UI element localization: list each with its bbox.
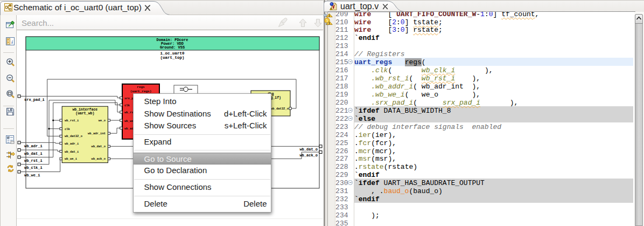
- svg-text:wb_rst_i: wb_rst_i: [24, 159, 43, 163]
- svg-text:wb_ack_o: wb_ack_o: [299, 153, 318, 157]
- svg-text:clk: clk: [124, 104, 130, 107]
- svg-text:wb_dat32_o: wb_dat32_o: [271, 107, 289, 111]
- svg-text:(uart_wb): (uart_wb): [75, 112, 94, 115]
- svg-text:wb_dat_i: wb_dat_i: [24, 152, 43, 156]
- svg-text:wb_adr_i: wb_adr_i: [24, 144, 43, 148]
- svg-text:wb_rst_i: wb_rst_i: [65, 119, 79, 122]
- svg-text:wb_dat_i: wb_dat_i: [65, 150, 79, 154]
- svg-text:wb_adr_int: wb_adr_int: [88, 132, 106, 135]
- svg-text:regs: regs: [137, 85, 145, 89]
- svg-text:clk: clk: [65, 127, 71, 131]
- svg-text:i_oc_uart0: i_oc_uart0: [160, 51, 185, 56]
- svg-text:wb_dat_o: wb_dat_o: [299, 147, 318, 152]
- svg-text:wb_we_i: wb_we_i: [24, 173, 40, 177]
- svg-text:wb_we_i: wb_we_i: [65, 157, 78, 161]
- svg-text:wb_dat_o: wb_dat_o: [92, 145, 106, 148]
- svg-text:srx_pad_i: srx_pad_i: [24, 98, 45, 102]
- svg-text:wb_clk_i: wb_clk_i: [24, 166, 43, 170]
- svg-text:wb_dat32_o: wb_dat32_o: [65, 134, 83, 138]
- svg-text:Ground: VSS: Ground: VSS: [160, 45, 185, 50]
- svg-text:we_o: we_o: [99, 119, 106, 122]
- svg-text:(uart_top): (uart_top): [160, 56, 184, 60]
- svg-text:wb_adr_i: wb_adr_i: [65, 142, 79, 146]
- svg-text:wb_interface: wb_interface: [72, 108, 97, 112]
- svg-text:wb_ack_o: wb_ack_o: [92, 157, 106, 161]
